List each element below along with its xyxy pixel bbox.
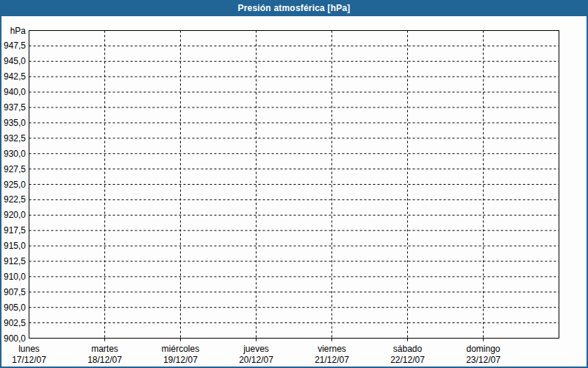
y-axis-tick-label: 937,5	[0, 102, 26, 113]
y-axis-tick-label: 915,0	[0, 241, 26, 251]
x-axis-day-label: domingo	[443, 344, 524, 354]
y-axis-tick-label: 907,5	[0, 287, 26, 297]
x-axis-day-label: sábado	[368, 344, 448, 354]
x-axis-day-label: miércoles	[140, 344, 221, 354]
x-axis-day-label: viernes	[292, 344, 373, 354]
x-axis-date-label: 17/12/07	[0, 355, 70, 365]
x-axis-date-label: 20/12/07	[216, 355, 297, 365]
y-axis-tick-label: 925,0	[0, 180, 26, 190]
x-axis-date-label: 23/12/07	[443, 355, 524, 365]
y-axis-tick-label: 900,0	[0, 333, 26, 344]
x-axis-date-label: 19/12/07	[140, 355, 221, 365]
y-axis-tick-label: 947,5	[0, 40, 26, 51]
y-axis-tick-label: 902,5	[0, 318, 26, 328]
axis-unit-label: hPa	[0, 26, 26, 36]
y-axis-tick-label: 932,5	[0, 133, 26, 144]
y-axis-tick-label: 945,0	[0, 56, 26, 66]
pressure-chart-window: Presión atmosférica [hPa] hPa947,5945,09…	[0, 0, 588, 368]
x-axis-day-label: jueves	[216, 344, 297, 354]
y-axis-tick-label: 910,0	[0, 272, 26, 282]
y-axis-tick-label: 905,0	[0, 302, 26, 313]
y-axis-tick-label: 927,5	[0, 164, 26, 174]
y-axis-tick-label: 930,0	[0, 149, 26, 159]
y-axis-tick-label: 922,5	[0, 194, 26, 205]
x-axis-date-label: 22/12/07	[368, 355, 448, 365]
x-axis-date-label: 21/12/07	[292, 355, 373, 365]
chart-title: Presión atmosférica [hPa]	[237, 3, 350, 13]
y-axis-tick-label: 917,5	[0, 225, 26, 236]
chart-title-bar: Presión atmosférica [hPa]	[0, 0, 588, 16]
x-axis-date-label: 18/12/07	[65, 355, 146, 365]
y-axis-tick-label: 935,0	[0, 118, 26, 128]
x-axis-day-label: martes	[65, 344, 146, 354]
x-axis-day-label: lunes	[0, 344, 70, 354]
y-axis-tick-label: 920,0	[0, 210, 26, 220]
y-axis-tick-label: 940,0	[0, 87, 26, 97]
chart-region: hPa947,5945,0942,5940,0937,5935,0932,593…	[0, 16, 588, 368]
pressure-chart-plot	[0, 16, 588, 368]
y-axis-tick-label: 942,5	[0, 71, 26, 82]
y-axis-tick-label: 912,5	[0, 256, 26, 266]
